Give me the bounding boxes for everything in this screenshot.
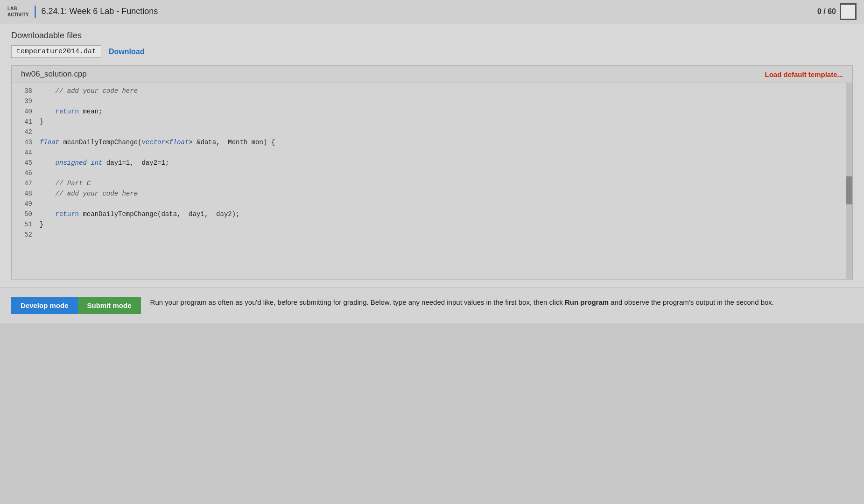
code-line: 46 (12, 169, 852, 179)
code-line: 50 return meanDailyTempChange(data, day1… (12, 210, 852, 220)
bottom-section: Develop mode Submit mode Run your progra… (0, 287, 864, 323)
code-line: 51 } (12, 220, 852, 231)
line-content: unsigned int day1=1, day2=1; (40, 159, 169, 167)
code-line: 39 (12, 97, 852, 107)
downloadable-section: Downloadable files temperature2014.dat D… (11, 31, 853, 58)
develop-mode-button[interactable]: Develop mode (11, 297, 78, 314)
line-content: // Part C (40, 180, 91, 187)
code-area[interactable]: 38 // add your code here 39 40 return me… (12, 83, 852, 279)
line-number: 50 (12, 210, 40, 218)
line-content: float meanDailyTempChange(vector<float> … (40, 139, 275, 146)
scrollbar-thumb[interactable] (846, 176, 852, 204)
code-line: 52 (12, 231, 852, 241)
code-line: 48 // add your code here (12, 189, 852, 200)
line-content: // add your code here (40, 190, 138, 197)
line-number: 46 (12, 169, 40, 177)
code-line: 47 // Part C (12, 179, 852, 189)
line-number: 47 (12, 180, 40, 187)
code-line: 44 (12, 148, 852, 159)
line-number: 38 (12, 87, 40, 95)
submit-mode-button[interactable]: Submit mode (78, 297, 141, 314)
line-number: 43 (12, 139, 40, 146)
file-row: temperature2014.dat Download (11, 45, 853, 58)
load-template-link[interactable]: Load default template... (765, 70, 843, 78)
line-content: } (40, 118, 43, 126)
line-number: 49 (12, 200, 40, 208)
code-line: 42 (12, 128, 852, 138)
code-line: 40 return mean; (12, 107, 852, 118)
line-number: 41 (12, 118, 40, 126)
code-line: 49 (12, 200, 852, 210)
code-line: 38 // add your code here (12, 87, 852, 97)
line-content: return mean; (40, 108, 102, 115)
code-editor-container: hw06_solution.cpp Load default template.… (11, 65, 853, 280)
code-area-wrapper: 38 // add your code here 39 40 return me… (12, 83, 852, 279)
line-content: return meanDailyTempChange(data, day1, d… (40, 210, 240, 218)
line-number: 40 (12, 108, 40, 115)
line-number: 45 (12, 159, 40, 167)
download-link[interactable]: Download (109, 48, 144, 56)
line-content: } (40, 221, 43, 228)
code-line: 45 unsigned int day1=1, day2=1; (12, 159, 852, 169)
score-icon (840, 3, 857, 20)
main-content: Downloadable files temperature2014.dat D… (0, 23, 864, 287)
code-line: 43 float meanDailyTempChange(vector<floa… (12, 138, 852, 148)
lab-text: LAB (7, 6, 29, 12)
line-number: 51 (12, 221, 40, 228)
line-number: 52 (12, 231, 40, 238)
score-badge: 0 / 60 (817, 3, 857, 20)
line-number: 42 (12, 128, 40, 136)
line-number: 39 (12, 98, 40, 105)
bottom-description: Run your program as often as you'd like,… (150, 297, 853, 308)
activity-title: 6.24.1: Week 6 Lab - Functions (42, 7, 817, 16)
score-text: 0 / 60 (817, 7, 836, 16)
activity-text: ACTIVITY (7, 12, 29, 18)
downloadable-label: Downloadable files (11, 31, 853, 41)
code-line: 41 } (12, 118, 852, 128)
scrollbar-right[interactable] (846, 83, 852, 279)
code-file-name: hw06_solution.cpp (21, 70, 87, 79)
line-number: 44 (12, 149, 40, 156)
top-bar: LAB ACTIVITY 6.24.1: Week 6 Lab - Functi… (0, 0, 864, 23)
code-editor-header: hw06_solution.cpp Load default template.… (12, 66, 852, 83)
line-number: 48 (12, 190, 40, 197)
mode-buttons: Develop mode Submit mode (11, 297, 141, 314)
file-name-box: temperature2014.dat (11, 45, 101, 58)
line-content: // add your code here (40, 87, 138, 95)
lab-activity-label: LAB ACTIVITY (7, 6, 36, 18)
